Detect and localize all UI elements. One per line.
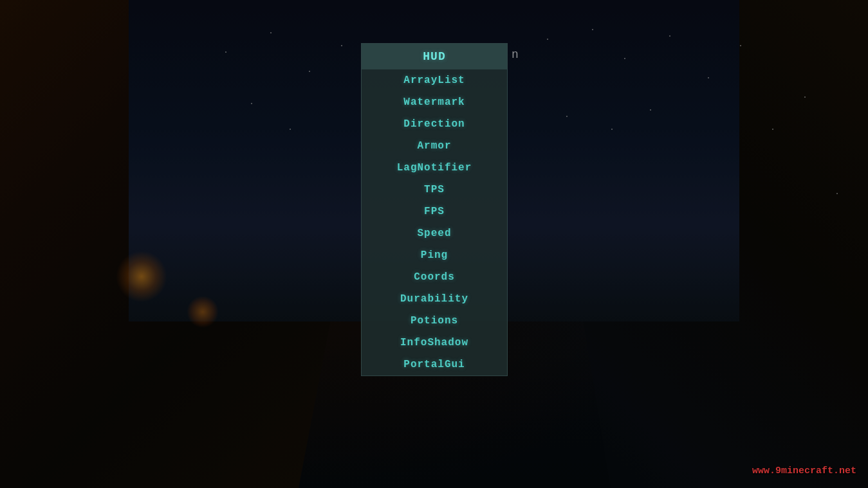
menu-item-lagnotifier[interactable]: LagNotifier bbox=[362, 157, 507, 179]
hud-menu-panel: HUDArrayListWatermarkDirectionArmorLagNo… bbox=[361, 43, 508, 376]
menu-item-direction[interactable]: Direction bbox=[362, 113, 507, 135]
menu-item-coords[interactable]: Coords bbox=[362, 266, 507, 288]
menu-item-fps[interactable]: FPS bbox=[362, 201, 507, 222]
menu-item-potions[interactable]: Potions bbox=[362, 310, 507, 332]
menu-item-infoshadow[interactable]: InfoShadow bbox=[362, 332, 507, 354]
menu-item-armor[interactable]: Armor bbox=[362, 135, 507, 157]
letter-n: n bbox=[512, 48, 519, 61]
menu-item-hud[interactable]: HUD bbox=[362, 44, 507, 69]
menu-item-ping[interactable]: Ping bbox=[362, 244, 507, 266]
menu-item-speed[interactable]: Speed bbox=[362, 222, 507, 244]
watermark-text: www.9minecraft.net bbox=[752, 465, 856, 476]
menu-item-watermark[interactable]: Watermark bbox=[362, 91, 507, 113]
menu-item-arraylist[interactable]: ArrayList bbox=[362, 69, 507, 91]
menu-item-durability[interactable]: Durability bbox=[362, 288, 507, 310]
menu-item-portalgui[interactable]: PortalGui bbox=[362, 354, 507, 375]
menu-item-tps[interactable]: TPS bbox=[362, 179, 507, 201]
